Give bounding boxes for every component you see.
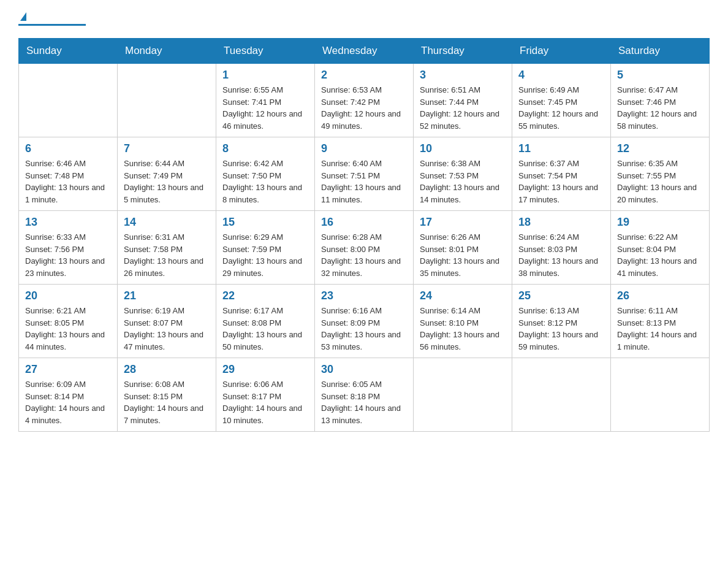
calendar-cell: 29Sunrise: 6:06 AMSunset: 8:17 PMDayligh… <box>216 358 315 432</box>
header-monday: Monday <box>118 39 216 64</box>
day-number: 23 <box>321 289 407 302</box>
header-thursday: Thursday <box>414 39 512 64</box>
day-number: 2 <box>321 69 407 82</box>
day-info: Sunrise: 6:19 AMSunset: 8:07 PMDaylight:… <box>124 305 210 353</box>
day-info: Sunrise: 6:26 AMSunset: 8:01 PMDaylight:… <box>420 231 506 279</box>
day-info: Sunrise: 6:38 AMSunset: 7:53 PMDaylight:… <box>420 158 506 205</box>
calendar-cell: 20Sunrise: 6:21 AMSunset: 8:05 PMDayligh… <box>19 285 118 358</box>
day-info: Sunrise: 6:31 AMSunset: 7:58 PMDaylight:… <box>124 231 210 279</box>
day-info: Sunrise: 6:11 AMSunset: 8:13 PMDaylight:… <box>617 305 703 353</box>
day-number: 14 <box>124 216 210 229</box>
day-number: 13 <box>25 216 111 229</box>
header-friday: Friday <box>512 39 611 64</box>
calendar-cell <box>512 358 611 432</box>
day-number: 1 <box>222 69 308 82</box>
day-info: Sunrise: 6:24 AMSunset: 8:03 PMDaylight:… <box>518 231 604 279</box>
calendar-cell: 3Sunrise: 6:51 AMSunset: 7:44 PMDaylight… <box>414 64 512 137</box>
page-header <box>18 12 710 26</box>
day-number: 26 <box>617 289 703 302</box>
day-number: 9 <box>321 142 407 155</box>
day-info: Sunrise: 6:42 AMSunset: 7:50 PMDaylight:… <box>222 158 308 205</box>
day-info: Sunrise: 6:46 AMSunset: 7:48 PMDaylight:… <box>25 158 111 205</box>
calendar-cell: 16Sunrise: 6:28 AMSunset: 8:00 PMDayligh… <box>315 211 414 285</box>
day-info: Sunrise: 6:22 AMSunset: 8:04 PMDaylight:… <box>617 231 703 279</box>
day-number: 7 <box>124 142 210 155</box>
calendar-cell: 25Sunrise: 6:13 AMSunset: 8:12 PMDayligh… <box>512 285 611 358</box>
calendar-cell: 19Sunrise: 6:22 AMSunset: 8:04 PMDayligh… <box>611 211 710 285</box>
calendar-cell <box>611 358 710 432</box>
day-number: 24 <box>420 289 506 302</box>
day-number: 5 <box>617 69 703 82</box>
logo-triangle-icon <box>20 12 26 21</box>
calendar-cell: 12Sunrise: 6:35 AMSunset: 7:55 PMDayligh… <box>611 137 710 211</box>
day-info: Sunrise: 6:51 AMSunset: 7:44 PMDaylight:… <box>420 84 506 132</box>
week-row: 20Sunrise: 6:21 AMSunset: 8:05 PMDayligh… <box>19 285 710 358</box>
calendar-cell: 30Sunrise: 6:05 AMSunset: 8:18 PMDayligh… <box>315 358 414 432</box>
calendar-cell: 7Sunrise: 6:44 AMSunset: 7:49 PMDaylight… <box>118 137 216 211</box>
calendar-cell: 18Sunrise: 6:24 AMSunset: 8:03 PMDayligh… <box>512 211 611 285</box>
calendar-cell: 17Sunrise: 6:26 AMSunset: 8:01 PMDayligh… <box>414 211 512 285</box>
day-number: 4 <box>518 69 604 82</box>
day-number: 18 <box>518 216 604 229</box>
calendar-cell: 9Sunrise: 6:40 AMSunset: 7:51 PMDaylight… <box>315 137 414 211</box>
day-info: Sunrise: 6:49 AMSunset: 7:45 PMDaylight:… <box>518 84 604 132</box>
week-row: 6Sunrise: 6:46 AMSunset: 7:48 PMDaylight… <box>19 137 710 211</box>
day-number: 10 <box>420 142 506 155</box>
calendar-cell: 28Sunrise: 6:08 AMSunset: 8:15 PMDayligh… <box>118 358 216 432</box>
day-number: 25 <box>518 289 604 302</box>
day-number: 17 <box>420 216 506 229</box>
day-info: Sunrise: 6:53 AMSunset: 7:42 PMDaylight:… <box>321 84 407 132</box>
calendar-body: 1Sunrise: 6:55 AMSunset: 7:41 PMDaylight… <box>19 64 710 432</box>
day-number: 6 <box>25 142 111 155</box>
header-tuesday: Tuesday <box>216 39 315 64</box>
day-number: 15 <box>222 216 308 229</box>
calendar-cell: 11Sunrise: 6:37 AMSunset: 7:54 PMDayligh… <box>512 137 611 211</box>
day-info: Sunrise: 6:35 AMSunset: 7:55 PMDaylight:… <box>617 158 703 205</box>
day-number: 22 <box>222 289 308 302</box>
day-number: 29 <box>222 363 308 376</box>
day-info: Sunrise: 6:44 AMSunset: 7:49 PMDaylight:… <box>124 158 210 205</box>
day-number: 11 <box>518 142 604 155</box>
calendar-cell: 22Sunrise: 6:17 AMSunset: 8:08 PMDayligh… <box>216 285 315 358</box>
day-info: Sunrise: 6:40 AMSunset: 7:51 PMDaylight:… <box>321 158 407 205</box>
day-info: Sunrise: 6:05 AMSunset: 8:18 PMDaylight:… <box>321 378 407 426</box>
day-number: 12 <box>617 142 703 155</box>
day-info: Sunrise: 6:28 AMSunset: 8:00 PMDaylight:… <box>321 231 407 279</box>
day-number: 30 <box>321 363 407 376</box>
calendar-cell <box>19 64 118 137</box>
day-info: Sunrise: 6:06 AMSunset: 8:17 PMDaylight:… <box>222 378 308 426</box>
calendar-cell: 1Sunrise: 6:55 AMSunset: 7:41 PMDaylight… <box>216 64 315 137</box>
calendar-cell: 14Sunrise: 6:31 AMSunset: 7:58 PMDayligh… <box>118 211 216 285</box>
header-row: Sunday Monday Tuesday Wednesday Thursday… <box>19 39 710 64</box>
calendar-cell: 10Sunrise: 6:38 AMSunset: 7:53 PMDayligh… <box>414 137 512 211</box>
header-saturday: Saturday <box>611 39 710 64</box>
calendar-cell: 13Sunrise: 6:33 AMSunset: 7:56 PMDayligh… <box>19 211 118 285</box>
calendar-cell: 23Sunrise: 6:16 AMSunset: 8:09 PMDayligh… <box>315 285 414 358</box>
calendar-cell: 27Sunrise: 6:09 AMSunset: 8:14 PMDayligh… <box>19 358 118 432</box>
calendar-cell: 26Sunrise: 6:11 AMSunset: 8:13 PMDayligh… <box>611 285 710 358</box>
day-info: Sunrise: 6:13 AMSunset: 8:12 PMDaylight:… <box>518 305 604 353</box>
header-sunday: Sunday <box>19 39 118 64</box>
day-info: Sunrise: 6:17 AMSunset: 8:08 PMDaylight:… <box>222 305 308 353</box>
day-info: Sunrise: 6:55 AMSunset: 7:41 PMDaylight:… <box>222 84 308 132</box>
day-info: Sunrise: 6:21 AMSunset: 8:05 PMDaylight:… <box>25 305 111 353</box>
header-wednesday: Wednesday <box>315 39 414 64</box>
week-row: 13Sunrise: 6:33 AMSunset: 7:56 PMDayligh… <box>19 211 710 285</box>
day-info: Sunrise: 6:14 AMSunset: 8:10 PMDaylight:… <box>420 305 506 353</box>
day-number: 16 <box>321 216 407 229</box>
calendar-cell: 8Sunrise: 6:42 AMSunset: 7:50 PMDaylight… <box>216 137 315 211</box>
day-info: Sunrise: 6:33 AMSunset: 7:56 PMDaylight:… <box>25 231 111 279</box>
calendar-table: Sunday Monday Tuesday Wednesday Thursday… <box>18 38 710 432</box>
logo <box>18 12 88 26</box>
calendar-cell: 2Sunrise: 6:53 AMSunset: 7:42 PMDaylight… <box>315 64 414 137</box>
week-row: 27Sunrise: 6:09 AMSunset: 8:14 PMDayligh… <box>19 358 710 432</box>
calendar-cell: 6Sunrise: 6:46 AMSunset: 7:48 PMDaylight… <box>19 137 118 211</box>
calendar-cell: 4Sunrise: 6:49 AMSunset: 7:45 PMDaylight… <box>512 64 611 137</box>
day-number: 19 <box>617 216 703 229</box>
day-info: Sunrise: 6:47 AMSunset: 7:46 PMDaylight:… <box>617 84 703 132</box>
day-number: 8 <box>222 142 308 155</box>
day-number: 28 <box>124 363 210 376</box>
day-number: 27 <box>25 363 111 376</box>
day-number: 3 <box>420 69 506 82</box>
day-number: 21 <box>124 289 210 302</box>
